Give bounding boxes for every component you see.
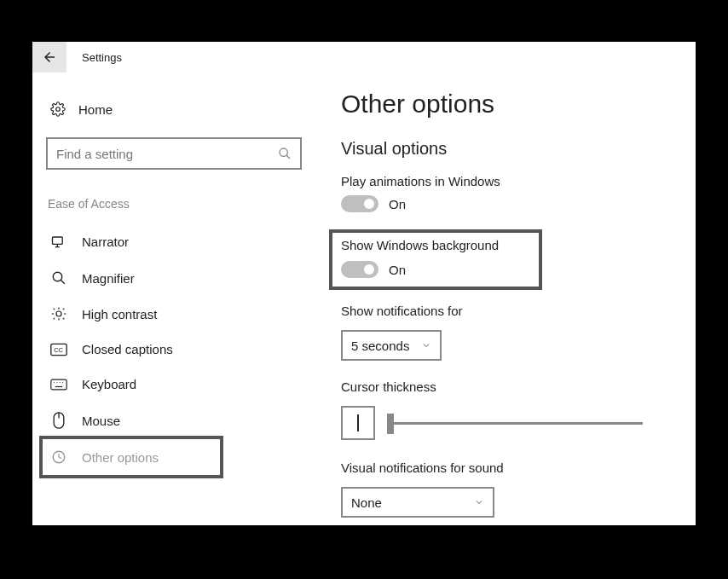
notifications-dropdown[interactable]: 5 seconds	[341, 330, 442, 361]
arrow-left-icon	[42, 49, 57, 65]
show-background-state: On	[389, 263, 406, 277]
cursor-slider[interactable]	[387, 422, 643, 425]
play-animations-label: Play animations in Windows	[341, 174, 687, 188]
high-contrast-icon	[49, 306, 68, 321]
sidebar-item-label: Keyboard	[82, 377, 136, 391]
sidebar-item-mouse[interactable]: Mouse	[43, 402, 220, 439]
svg-line-14	[54, 318, 55, 320]
main-panel: Other options Visual options Play animat…	[314, 72, 696, 525]
sidebar-item-label: Other options	[82, 450, 159, 465]
svg-line-12	[63, 318, 65, 320]
content-area: Home Ease of Access Narrator	[32, 72, 696, 525]
svg-text:CC: CC	[54, 346, 63, 354]
svg-line-13	[63, 309, 65, 310]
search-field[interactable]	[56, 147, 278, 161]
play-animations-state: On	[389, 197, 406, 211]
sidebar-item-other-options[interactable]: Other options	[43, 439, 220, 475]
cursor-bar-icon	[357, 414, 359, 431]
home-label: Home	[78, 102, 113, 117]
sidebar-item-magnifier[interactable]: Magnifier	[43, 260, 220, 296]
search-input[interactable]	[46, 137, 302, 170]
mouse-icon	[49, 412, 68, 429]
svg-point-0	[56, 107, 61, 112]
sidebar: Home Ease of Access Narrator	[32, 72, 314, 525]
sidebar-item-label: Magnifier	[82, 271, 135, 286]
show-background-toggle[interactable]	[341, 261, 378, 278]
sidebar-item-high-contrast[interactable]: High contrast	[43, 296, 220, 332]
sidebar-item-label: Closed captions	[82, 342, 173, 356]
home-button[interactable]: Home	[43, 96, 314, 122]
show-background-highlight: Show Windows background On	[329, 229, 542, 290]
svg-rect-3	[53, 237, 63, 244]
chevron-down-icon	[421, 340, 431, 350]
closed-captions-icon: CC	[49, 343, 68, 356]
sidebar-item-label: Mouse	[82, 414, 120, 428]
narrator-icon	[49, 233, 68, 250]
cursor-preview	[341, 406, 375, 440]
show-background-label: Show Windows background	[341, 238, 530, 252]
sidebar-section-label: Ease of Access	[48, 197, 314, 211]
play-animations-setting: Play animations in Windows On	[341, 174, 687, 212]
chevron-down-icon	[474, 497, 484, 507]
cursor-label: Cursor thickness	[341, 379, 687, 394]
notifications-label: Show notifications for	[341, 304, 687, 318]
section-title: Visual options	[341, 139, 687, 159]
svg-point-6	[56, 311, 61, 316]
visual-notifications-label: Visual notifications for sound	[341, 460, 687, 475]
window-title: Settings	[82, 51, 122, 64]
titlebar: Settings	[32, 42, 696, 72]
toggle-knob	[364, 199, 374, 209]
slider-thumb[interactable]	[387, 414, 394, 434]
settings-window: Settings Home Ease of Access Narr	[32, 42, 696, 525]
visual-notifications-value: None	[351, 495, 382, 510]
page-title: Other options	[341, 90, 687, 119]
svg-point-1	[280, 148, 287, 156]
svg-rect-17	[51, 379, 66, 390]
gear-icon	[49, 101, 66, 117]
svg-line-5	[61, 280, 65, 284]
magnifier-icon	[49, 270, 68, 286]
search-icon	[278, 147, 292, 160]
sidebar-item-label: Narrator	[82, 234, 129, 249]
sidebar-item-keyboard[interactable]: Keyboard	[43, 367, 220, 402]
visual-notifications-setting: Visual notifications for sound None	[341, 460, 687, 518]
sidebar-item-closed-captions[interactable]: CC Closed captions	[43, 332, 220, 367]
other-options-icon	[49, 449, 68, 465]
play-animations-toggle[interactable]	[341, 195, 378, 212]
svg-line-27	[59, 457, 61, 459]
sidebar-item-label: High contrast	[82, 307, 157, 321]
visual-notifications-dropdown[interactable]: None	[341, 487, 494, 518]
notifications-value: 5 seconds	[351, 339, 409, 353]
svg-point-4	[53, 272, 62, 281]
back-button[interactable]	[32, 42, 66, 72]
nav-list: Narrator Magnifier High contrast	[43, 223, 220, 475]
keyboard-icon	[49, 379, 68, 391]
svg-line-11	[54, 309, 55, 310]
sidebar-item-narrator[interactable]: Narrator	[43, 223, 220, 260]
notifications-setting: Show notifications for 5 seconds	[341, 304, 687, 361]
svg-line-2	[286, 155, 290, 159]
cursor-thickness-setting: Cursor thickness	[341, 379, 687, 440]
toggle-knob	[364, 264, 374, 275]
